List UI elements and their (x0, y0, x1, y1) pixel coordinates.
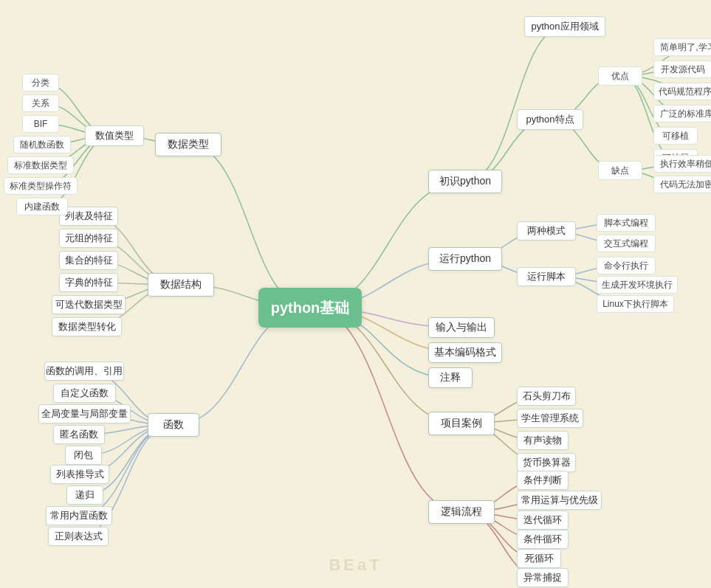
node-迭代循环[interactable]: 迭代循环 (517, 511, 569, 530)
node-列表推导式[interactable]: 列表推导式 (50, 465, 109, 484)
node-生成开发环境执行[interactable]: 生成开发环境执行 (597, 276, 678, 294)
mind-map: python基础 初识pythonpython应用领域python特点优点简单明… (0, 0, 711, 588)
node-集合的特征[interactable]: 集合的特征 (59, 251, 118, 270)
node-代码规范程序高,可读性强[interactable]: 代码规范程序高,可读性强 (653, 83, 711, 100)
branch-chuji[interactable]: 初识python (428, 170, 502, 193)
node-交互式编程[interactable]: 交互式编程 (597, 235, 656, 252)
node-Linux下执行脚本[interactable]: Linux下执行脚本 (597, 295, 674, 313)
node-python应用领域[interactable]: python应用领域 (524, 16, 605, 37)
node-标准数据类型[interactable]: 标准数据类型 (7, 156, 74, 174)
node-脚本式编程[interactable]: 脚本式编程 (597, 214, 656, 232)
node-递归[interactable]: 递归 (66, 485, 103, 505)
node-运行脚本[interactable]: 运行脚本 (517, 267, 576, 286)
node-数据类型转化[interactable]: 数据类型转化 (52, 317, 122, 336)
node-石头剪刀布[interactable]: 石头剪刀布 (517, 387, 576, 406)
node-简单明了,学习曲线低[interactable]: 简单明了,学习曲线低 (653, 38, 711, 56)
node-常用内置函数[interactable]: 常用内置函数 (46, 506, 112, 525)
center-node[interactable]: python基础 (258, 288, 362, 328)
node-正则表达式[interactable]: 正则表达式 (48, 527, 109, 546)
node-条件判断[interactable]: 条件判断 (517, 471, 569, 490)
branch-xiangmu[interactable]: 项目案例 (428, 412, 495, 435)
node-分类[interactable]: 分类 (22, 74, 59, 91)
node-python特点[interactable]: python特点 (517, 109, 583, 130)
node-闭包[interactable]: 闭包 (65, 446, 102, 465)
node-开发源代码[interactable]: 开发源代码 (653, 60, 711, 78)
node-命令行执行[interactable]: 命令行执行 (597, 257, 656, 274)
node-常用运算与优先级[interactable]: 常用运算与优先级 (517, 491, 602, 510)
node-两种模式[interactable]: 两种模式 (517, 221, 576, 241)
node-内建函数[interactable]: 内建函数 (16, 198, 68, 215)
node-缺点[interactable]: 缺点 (598, 161, 642, 180)
node-优点[interactable]: 优点 (598, 66, 642, 86)
node-可迭代数据类型[interactable]: 可迭代数据类型 (52, 295, 126, 314)
node-列表及特征[interactable]: 列表及特征 (59, 207, 118, 226)
node-条件循环[interactable]: 条件循环 (517, 530, 569, 549)
node-函数的调用、引用[interactable]: 函数的调用、引用 (44, 362, 124, 381)
branch-hanshu[interactable]: 函数 (148, 413, 199, 437)
branch-shuju_jiegou[interactable]: 数据结构 (148, 273, 214, 297)
node-自定义函数[interactable]: 自定义函数 (53, 384, 116, 403)
branch-luoji[interactable]: 逻辑流程 (428, 500, 495, 524)
branch-shuju_leixing[interactable]: 数据类型 (155, 133, 221, 156)
node-死循环[interactable]: 死循环 (517, 549, 561, 568)
node-代码无法加密[interactable]: 代码无法加密 (653, 176, 711, 193)
node-货币换算器[interactable]: 货币换算器 (517, 453, 576, 472)
node-可移植[interactable]: 可移植 (653, 127, 698, 145)
node-元组的特征[interactable]: 元组的特征 (59, 229, 118, 248)
node-执行效率稍低[interactable]: 执行效率稍低 (653, 155, 711, 173)
branch-zhushi[interactable]: 注释 (428, 367, 473, 388)
node-随机数函数[interactable]: 随机数函数 (13, 136, 71, 153)
node-匿名函数[interactable]: 匿名函数 (53, 425, 105, 444)
node-数值类型[interactable]: 数值类型 (85, 125, 144, 146)
node-有声读物[interactable]: 有声读物 (517, 431, 569, 450)
node-全局变量与局部变量[interactable]: 全局变量与局部变量 (38, 404, 131, 423)
branch-jibenmashi[interactable]: 基本编码格式 (428, 342, 502, 363)
branch-shuru[interactable]: 输入与输出 (428, 317, 495, 338)
branch-yunxing[interactable]: 运行python (428, 247, 502, 271)
node-异常捕捉[interactable]: 异常捕捉 (517, 568, 569, 587)
node-关系[interactable]: 关系 (22, 94, 59, 112)
node-标准类型操作符[interactable]: 标准类型操作符 (4, 177, 78, 195)
node-字典的特征[interactable]: 字典的特征 (59, 273, 118, 292)
node-BIF[interactable]: BIF (22, 115, 59, 133)
node-广泛的标准库[interactable]: 广泛的标准库 (653, 105, 711, 122)
node-学生管理系统[interactable]: 学生管理系统 (517, 409, 583, 428)
